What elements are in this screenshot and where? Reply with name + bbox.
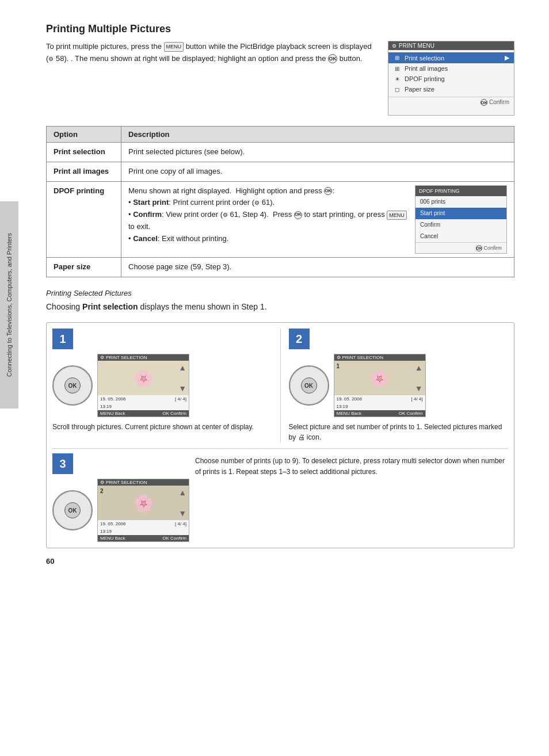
- step-2-dial: OK: [289, 365, 329, 406]
- step-1-screen-image: 🌸 ▲ ▼: [98, 361, 189, 395]
- page-content: Connecting to Televisions, Computers, an…: [0, 0, 549, 583]
- table-header-option: Option: [47, 127, 121, 143]
- print-menu-confirm: OK Confirm: [388, 97, 514, 108]
- step-2-block: 2 OK ⚙ PRINT SELECTION 🌸 1: [289, 329, 509, 442]
- camera-icon-s2: ⚙: [337, 355, 341, 360]
- step-1-caption: Scroll through pictures. Current picture…: [52, 422, 272, 432]
- dpof-cell: Menu shown at right displayed. Highlight…: [128, 185, 507, 254]
- step-2-header: 2: [289, 329, 509, 349]
- dpof-item-0: 006 prints: [415, 196, 506, 208]
- dpof-screen-title: DPOF PRINTING: [415, 186, 506, 196]
- ok-confirm-s3: OK Confirm: [162, 536, 186, 541]
- menu-key-dpof: MENU: [387, 211, 407, 220]
- step-1-dial: OK: [52, 365, 93, 406]
- step-2-illustration: OK ⚙ PRINT SELECTION 🌸 1 ▲ ▼: [289, 354, 509, 417]
- ok-confirm-icon: OK: [481, 99, 487, 106]
- option-print-all: Print all images: [47, 162, 121, 181]
- arrow-up-s2: ▲: [415, 363, 423, 372]
- step-3-screen-bar: MENU Back OK Confirm: [98, 535, 189, 541]
- step-2-screen-title: ⚙ PRINT SELECTION: [334, 354, 425, 361]
- menu-back-s2: MENU Back: [337, 411, 362, 416]
- step-2-screen-info: 19. 05. 2006 [ 4/ 4]: [334, 395, 425, 403]
- table-row-print-selection: Print selection Print selected pictures …: [47, 143, 514, 162]
- step-1-screen-info: 19. 05. 2006 [ 4/ 4]: [98, 395, 189, 403]
- ok-confirm-s1: OK Confirm: [162, 411, 186, 416]
- arrow-down-s3: ▼: [178, 509, 186, 518]
- step-1-number: 1: [52, 329, 73, 349]
- print-number-s2: 1: [337, 363, 340, 369]
- dpof-screen: DPOF PRINTING 006 prints Start print Con…: [415, 185, 507, 254]
- print-menu-item-3: ◻ Paper size: [388, 84, 514, 94]
- step-3-screen-title: ⚙ PRINT SELECTION: [98, 479, 189, 486]
- step-3-dial: OK: [52, 490, 93, 530]
- menu-icon: ⚙: [392, 43, 396, 49]
- dpof-item-1: Start print: [415, 208, 506, 219]
- options-table: Option Description Print selection Print…: [46, 126, 514, 277]
- step-3-row: 3 OK ⚙ PRINT SELECTION 🌸 2: [52, 453, 508, 542]
- table-row-paper-size: Paper size Choose page size (59, Step 3)…: [47, 258, 514, 277]
- step-divider-1-2: [280, 329, 281, 442]
- table-row-print-all: Print all images Print one copy of all i…: [47, 162, 514, 181]
- dpof-confirm: OK Confirm: [415, 242, 506, 253]
- arrow-up-s1: ▲: [178, 363, 186, 372]
- step-3-screen: ⚙ PRINT SELECTION 🌸 2 ▲ ▼ 19. 05. 2006 […: [97, 479, 189, 542]
- arrow-icon: ▶: [505, 54, 509, 62]
- grid9-icon: ⊞: [393, 66, 401, 72]
- flower-icon-s1: 🌸: [134, 369, 154, 388]
- step-2-number: 2: [289, 329, 310, 349]
- step-3-screen-image: 🌸 2 ▲ ▼: [98, 486, 189, 520]
- menu-key-intro: MENU: [164, 42, 184, 51]
- desc-print-all: Print one copy of all images.: [121, 162, 514, 181]
- option-print-selection: Print selection: [47, 143, 121, 162]
- dpof-text: Menu shown at right displayed. Highlight…: [128, 185, 408, 254]
- print-menu-screen: ⚙ PRINT MENU ⊞ Print selection ▶ ⊞ Print…: [388, 41, 514, 116]
- step-1-illustration: OK ⚙ PRINT SELECTION 🌸 ▲ ▼ 1: [52, 354, 272, 417]
- ok-dpof: OK: [324, 187, 332, 195]
- dpof-item-3: Cancel: [415, 231, 506, 242]
- step-2-screen-image: 🌸 1 ▲ ▼: [334, 361, 425, 395]
- step-1-ok-btn: OK: [64, 377, 81, 394]
- print-number-s3: 2: [100, 488, 104, 494]
- page-icon: ◻: [393, 86, 401, 93]
- cam-icon-dpof2: ⚙: [223, 212, 228, 218]
- camera-icon-s1: ⚙: [100, 355, 104, 360]
- step-1-header: 1: [52, 329, 272, 349]
- step-1-screen-time: 13:19: [98, 403, 189, 410]
- grid-icon: ⊞: [393, 55, 401, 61]
- step-3-ok-btn: OK: [64, 502, 81, 518]
- cam-icon-dpof1: ⚙: [254, 200, 260, 206]
- step-2-ok-btn: OK: [301, 377, 317, 394]
- ok-confirm-s2: OK Confirm: [399, 411, 423, 416]
- print-menu-item-0: ⊞ Print selection ▶: [388, 52, 514, 63]
- step-3-left: 3 OK ⚙ PRINT SELECTION 🌸 2: [52, 453, 189, 542]
- desc-dpof: Menu shown at right displayed. Highlight…: [121, 181, 514, 258]
- camera-icon-s3: ⚙: [100, 480, 104, 485]
- sidebar-label: Connecting to Televisions, Computers, an…: [0, 201, 18, 408]
- page-number: 60: [46, 557, 54, 566]
- option-dpof: DPOF printing: [47, 181, 121, 258]
- step-2-screen: ⚙ PRINT SELECTION 🌸 1 ▲ ▼ 19. 05. 2006 […: [334, 354, 426, 417]
- desc-paper-size: Choose page size (59, Step 3).: [121, 258, 514, 277]
- step-1-screen-title: ⚙ PRINT SELECTION: [98, 354, 189, 361]
- step-3-screen-time: 13:19: [98, 528, 189, 535]
- step-2-screen-bar: MENU Back OK Confirm: [334, 410, 425, 417]
- dpof-item-2: Confirm: [415, 219, 506, 231]
- intro-text: To print multiple pictures, press the ME…: [46, 41, 376, 116]
- ok-symbol-intro: OK: [328, 54, 337, 63]
- sun-icon: ☀: [393, 76, 401, 82]
- step-1-block: 1 OK ⚙ PRINT SELECTION 🌸 ▲: [52, 329, 272, 442]
- steps-container: 1 OK ⚙ PRINT SELECTION 🌸 ▲: [46, 322, 514, 548]
- print-menu-title: ⚙ PRINT MENU: [388, 41, 514, 50]
- table-row-dpof: DPOF printing Menu shown at right displa…: [47, 181, 514, 258]
- ok-dpof2: OK: [294, 211, 302, 219]
- arrow-up-s3: ▲: [178, 488, 186, 497]
- table-header-description: Description: [121, 127, 514, 143]
- steps-row-1-2: 1 OK ⚙ PRINT SELECTION 🌸 ▲: [52, 329, 508, 442]
- subtitle-italic: Printing Selected Pictures: [46, 289, 514, 297]
- option-paper-size: Paper size: [47, 258, 121, 277]
- desc-print-selection: Print selected pictures (see below).: [121, 143, 514, 162]
- step-3-caption: Choose number of prints (up to 9). To de…: [195, 453, 508, 542]
- choose-text: Choosing Print selection displays the me…: [46, 301, 514, 313]
- arrow-down-s1: ▼: [178, 384, 186, 393]
- step-3-number: 3: [52, 453, 73, 474]
